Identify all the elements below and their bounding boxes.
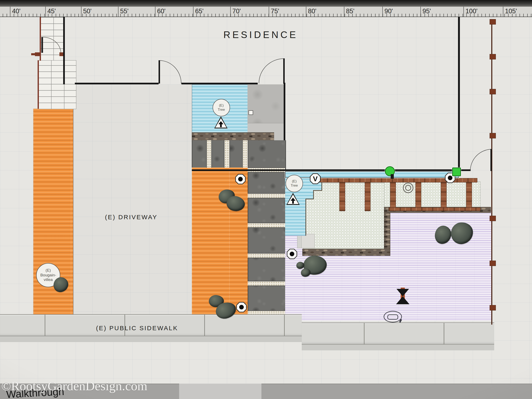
sidewalk-curb-right	[302, 344, 494, 350]
sidewalk-label[interactable]: (E) PUBLIC SIDEWALK	[96, 325, 178, 332]
pebble-strip	[248, 223, 285, 228]
watermark: ©RootsyGardenDesign.com	[1, 379, 147, 393]
garden-design-app: (E) Tree (E) Tree (E) Bougain- villea V	[0, 0, 532, 399]
pergola-post[interactable]	[415, 182, 421, 211]
gate-tick	[31, 53, 35, 55]
fence-post	[490, 216, 496, 221]
concrete-stoop[interactable]	[247, 84, 285, 123]
sidewalk-joint	[364, 323, 365, 344]
selection-handle-right[interactable]	[452, 167, 461, 176]
utility-square-marker[interactable]	[248, 110, 253, 115]
driveway-label[interactable]: (E) DRIVEWAY	[105, 214, 158, 221]
door-leaf	[158, 60, 160, 83]
residence-wall-right	[458, 17, 460, 171]
sidewalk-curb-left	[0, 336, 302, 342]
fence-post	[490, 19, 496, 25]
orange-planting-strip[interactable]	[33, 109, 73, 321]
tree-marker-name: Tree	[218, 108, 225, 112]
pergola-post[interactable]	[365, 182, 371, 211]
bougainvillea-name2: villea	[44, 278, 53, 282]
fence-line[interactable]	[491, 19, 492, 325]
residence-wall-front-1	[75, 83, 158, 84]
octagon-dot-marker[interactable]	[236, 302, 247, 312]
brick-wall-lower[interactable]	[38, 60, 76, 109]
arrow-head	[291, 198, 296, 201]
sidewalk-joint	[284, 314, 285, 336]
pergola-bottom-beam[interactable]	[389, 207, 481, 211]
pebble-strip	[242, 140, 248, 168]
residence-label[interactable]: RESIDENCE	[223, 29, 284, 40]
ruler-major-tick	[503, 7, 503, 17]
step-edge-line	[313, 190, 322, 191]
ruler-label: 45'	[47, 7, 56, 15]
ruler-major-tick	[193, 7, 193, 17]
residence-wall-mid	[284, 83, 285, 140]
double-circle-inner	[405, 185, 411, 191]
ruler-label: 65'	[195, 7, 203, 15]
ruler-label: 80'	[308, 7, 316, 15]
residence-wall-left	[63, 17, 65, 84]
octagon-dot-marker[interactable]	[287, 249, 297, 259]
ruler-label: 50'	[83, 7, 91, 15]
fence-post	[490, 89, 496, 94]
ruler-label: 70'	[232, 7, 241, 15]
valve-marker-fill: V	[310, 174, 320, 184]
flagstone-path[interactable]	[248, 167, 286, 321]
gate-door-leaf	[41, 37, 43, 53]
ruler-label: 40'	[12, 7, 20, 15]
ruler-label: 95'	[423, 7, 431, 15]
sidewalk-joint	[204, 314, 205, 336]
screen-top-edge	[0, 0, 532, 7]
ruler-major-tick	[382, 7, 383, 17]
tree-marker-abbr: (E)	[219, 103, 224, 108]
tree-marker-upper[interactable]: (E) Tree	[213, 99, 230, 116]
gate-post-right	[59, 52, 63, 56]
oval-drain-inner	[387, 314, 398, 320]
tree-marker-lower[interactable]: (E) Tree	[285, 175, 303, 192]
octagon-dot	[239, 305, 244, 310]
ruler-label: 85'	[346, 7, 354, 15]
flagstone-landing[interactable]	[192, 140, 286, 168]
pebble-strip	[224, 140, 230, 168]
driveway-area[interactable]	[73, 84, 192, 316]
arrow-head	[218, 121, 223, 124]
residence-wall-rear	[192, 169, 471, 171]
ruler-major-tick	[306, 7, 306, 17]
octagon-dot	[448, 176, 452, 180]
pergola-post[interactable]	[339, 182, 345, 211]
ruler-major-tick	[155, 7, 155, 17]
stoop-door-leaf	[283, 58, 285, 84]
ruler-label: 100'	[466, 7, 478, 15]
stone-wall-bottom	[302, 249, 390, 256]
bougainvillea-abbr: (E)	[45, 268, 51, 273]
tree-marker-name: Tree	[291, 184, 298, 188]
octagon-dot-marker[interactable]	[235, 174, 246, 184]
north-triangle-marker[interactable]	[286, 193, 300, 205]
bowtie-symbol-bottom	[396, 296, 409, 304]
selection-tick	[391, 174, 394, 179]
bougainvillea-name1: Bougain-	[40, 273, 56, 278]
concrete-pad[interactable]	[301, 234, 315, 248]
sidewalk-joint	[45, 314, 45, 336]
bowtie-symbol-top[interactable]	[397, 289, 409, 296]
pebble-strip	[248, 253, 285, 258]
sidewalk-joint	[444, 323, 444, 344]
north-triangle-marker[interactable]	[214, 116, 228, 128]
ruler-label: 75'	[271, 7, 279, 15]
pergola-post[interactable]	[441, 182, 447, 211]
step-edge-line	[305, 199, 314, 199]
pergola-post[interactable]	[466, 182, 472, 211]
ruler-label: 55'	[120, 7, 128, 15]
ruler-label: 105'	[505, 7, 517, 15]
arrow-stem	[292, 200, 294, 204]
cobble-band-end	[274, 132, 285, 140]
stoop-lower-step	[247, 123, 285, 133]
octagon-dot	[290, 252, 294, 256]
valve-marker[interactable]: V	[310, 173, 321, 184]
ruler-major-tick	[118, 7, 119, 17]
pergola-post[interactable]	[390, 182, 396, 211]
sidewalk-right[interactable]	[302, 323, 494, 345]
ruler-major-tick	[344, 7, 344, 17]
ruler-label: 60'	[157, 7, 165, 15]
valve-letter: V	[313, 175, 318, 183]
